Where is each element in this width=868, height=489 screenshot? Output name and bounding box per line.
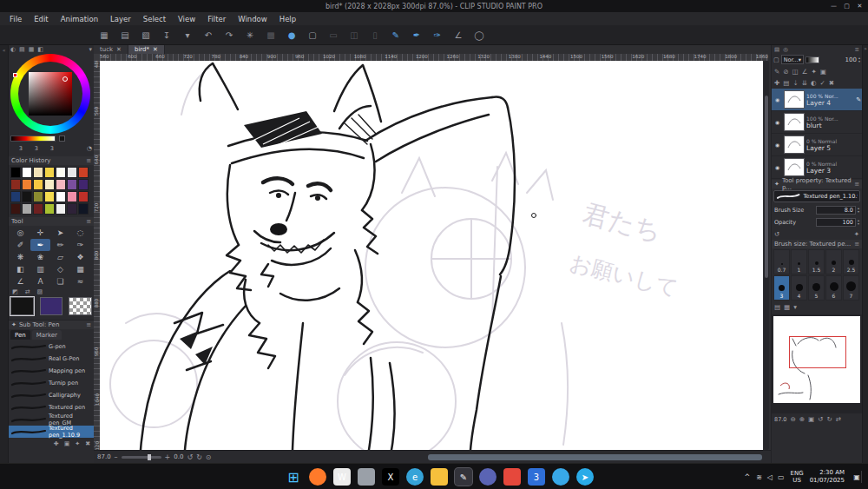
subtool-menu-icon[interactable]: ≡ — [86, 321, 91, 328]
layer-gradient-chip[interactable] — [806, 56, 819, 63]
color-swatch[interactable] — [22, 191, 32, 202]
zoom-out-icon[interactable]: – — [115, 453, 118, 461]
tool-panel-menu-icon[interactable]: ≡ — [86, 218, 91, 225]
layer-visibility-icon[interactable]: ◉ — [773, 96, 782, 102]
navigator-thumbnail[interactable] — [773, 316, 860, 403]
brush-size-cell[interactable]: 4 — [791, 275, 807, 301]
minimize-button[interactable]: — — [827, 0, 840, 11]
toolbar-icon[interactable]: ▾ — [181, 28, 194, 42]
tool-button[interactable]: ◌ — [70, 227, 90, 239]
color-swatch[interactable] — [67, 179, 77, 190]
layer-command-icon[interactable]: ✚ — [774, 79, 779, 87]
layer-lock-icon[interactable]: ▣ — [820, 68, 826, 76]
clock[interactable]: 2:30 AM 01/07/2025 — [810, 469, 845, 485]
taskbar-app-icon[interactable]: ➤ — [576, 468, 594, 486]
toolbar-icon[interactable]: ▯ — [368, 28, 382, 42]
color-swatch[interactable] — [22, 179, 32, 190]
color-swatch[interactable] — [33, 191, 43, 202]
brush-size-cell[interactable]: 3 — [773, 275, 790, 301]
language-indicator[interactable]: ENG US — [791, 470, 804, 484]
brush-size-cell[interactable]: 7 — [843, 275, 859, 301]
stepper-down-icon[interactable]: ▾ — [858, 60, 860, 63]
value-gradient-bar[interactable] — [10, 135, 56, 142]
brush-size-footer-icon[interactable]: ▤ — [774, 303, 780, 311]
layer-panel-menu-icon[interactable]: ≡ — [855, 46, 859, 53]
toolbar-icon[interactable]: ▤ — [118, 28, 132, 42]
tool-button[interactable]: ➤ — [50, 227, 70, 239]
toolbar-icon[interactable]: ✎ — [389, 28, 403, 42]
left-collapse-strip[interactable]: « — [0, 45, 9, 463]
layer-lock-icon[interactable]: ∠ — [802, 68, 808, 76]
tool-button[interactable]: ◧ — [10, 263, 30, 275]
taskbar-app-icon[interactable]: e — [406, 468, 424, 486]
layer-select-icon[interactable]: ▢ — [773, 56, 779, 63]
color-swatch[interactable] — [78, 179, 89, 190]
horizontal-scrollbar-thumb[interactable] — [428, 454, 762, 460]
collapse-left-icon[interactable]: « — [3, 47, 6, 53]
tool-button[interactable]: ✏ — [50, 239, 70, 251]
toolbar-icon[interactable]: ∠ — [451, 28, 465, 42]
property-stepper[interactable]: ▴ ▾ — [858, 207, 859, 214]
color-swatch[interactable] — [78, 167, 89, 178]
toolbar-icon[interactable]: ▢ — [306, 28, 319, 42]
color-swatch[interactable] — [56, 203, 66, 215]
brush-size-cell[interactable]: 5 — [808, 275, 825, 301]
taskbar-app-icon[interactable]: ⊞ — [285, 468, 302, 486]
color-swatch[interactable] — [22, 203, 32, 215]
tool-button[interactable]: ❏ — [50, 275, 70, 287]
color-swatch[interactable] — [56, 179, 66, 190]
secondary-color-chip[interactable] — [40, 297, 63, 315]
tool-button[interactable]: ✒ — [30, 239, 50, 251]
zoom-slider-knob[interactable] — [148, 454, 151, 460]
toolbar-icon[interactable]: ✳ — [243, 28, 257, 42]
tray-icon[interactable]: ◁ — [767, 473, 773, 481]
brush-list-item[interactable]: Calligraphy — [9, 389, 94, 401]
hue-cursor[interactable] — [13, 73, 17, 77]
close-button[interactable]: ✕ — [853, 0, 866, 11]
layer-thumbnail[interactable] — [784, 158, 805, 176]
brush-size-cell[interactable]: 6 — [825, 275, 842, 301]
brush-size-menu-icon[interactable]: ≡ — [854, 241, 859, 248]
brush-size-cell[interactable]: 1.5 — [808, 249, 825, 274]
color-swatch[interactable] — [22, 167, 32, 178]
layer-row[interactable]: ◉ 0 % Normal Layer 5 ✎ — [772, 134, 862, 156]
tool-button[interactable]: ❖ — [70, 251, 90, 263]
tool-button[interactable]: ❋ — [10, 251, 30, 263]
toolbar-icon[interactable]: ↶ — [201, 28, 215, 42]
color-control-icon[interactable]: ▨ — [37, 288, 43, 295]
toolbar-icon[interactable]: ↷ — [222, 28, 236, 42]
subtool-footer-icon[interactable]: ✖ — [85, 440, 90, 447]
color-swatch[interactable] — [10, 191, 21, 202]
menu-item[interactable]: Edit — [28, 15, 54, 23]
tool-button[interactable]: ≈ — [70, 275, 90, 287]
brush-list-item[interactable]: Textured pen_GM — [9, 413, 94, 426]
tool-button[interactable]: ◇ — [50, 263, 70, 275]
rotate-cw-icon[interactable]: ↻ — [196, 453, 202, 461]
subtool-tab[interactable]: Pen — [10, 330, 30, 340]
color-swatch[interactable] — [67, 167, 77, 178]
color-swatch[interactable] — [44, 203, 55, 215]
layer-row[interactable]: ◉ 0 % Normal Layer 3 ✎ — [772, 156, 862, 179]
taskbar-app-icon[interactable]: X — [382, 468, 399, 486]
taskbar-app-icon[interactable] — [309, 468, 326, 486]
taskbar-app-icon[interactable]: 3 — [528, 468, 545, 486]
subtool-footer-icon[interactable]: ▣ — [64, 440, 70, 447]
layer-command-icon[interactable]: ◐ — [811, 79, 817, 87]
tool-button[interactable]: ◎ — [10, 227, 30, 239]
transparent-color-chip[interactable] — [69, 297, 92, 315]
brush-list-item[interactable]: Turnip pen — [9, 377, 94, 389]
document-tab-close-icon[interactable]: ✕ — [116, 46, 122, 53]
menu-item[interactable]: View — [172, 15, 201, 23]
maximize-button[interactable]: ▢ — [840, 0, 853, 11]
navigator-button[interactable]: ↻ — [826, 415, 832, 423]
document-tab[interactable]: tuck ✕ — [94, 45, 128, 54]
tool-property-menu-icon[interactable]: ≡ — [854, 181, 859, 188]
zoom-slider[interactable] — [122, 456, 161, 459]
toolbar-icon[interactable]: ▩ — [264, 28, 278, 42]
tray-icon[interactable]: ▭ — [778, 473, 785, 481]
color-swatch[interactable] — [44, 191, 55, 202]
color-swatch[interactable] — [33, 179, 43, 190]
color-control-icon[interactable]: ◩ — [12, 288, 18, 295]
layer-lock-icon[interactable]: ◫ — [792, 68, 799, 76]
layer-command-icon[interactable]: ⇣ — [792, 79, 798, 87]
